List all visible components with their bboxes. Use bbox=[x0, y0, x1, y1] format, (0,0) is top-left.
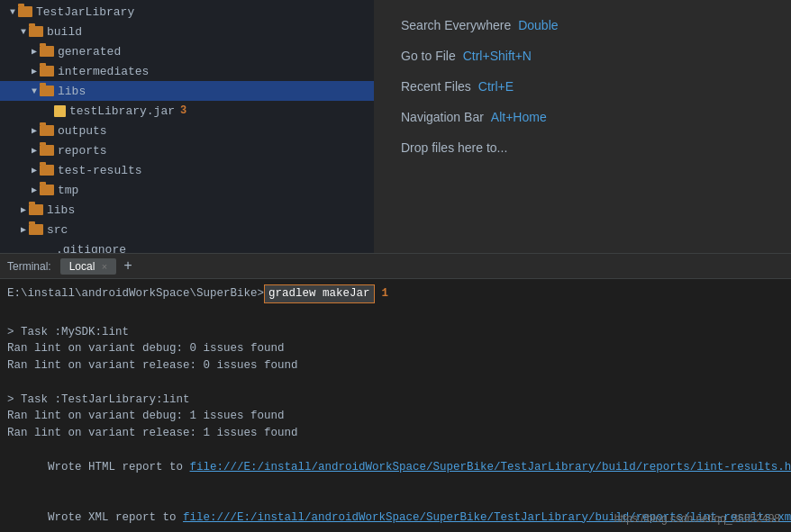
xml-report-prefix: Wrote XML report to bbox=[48, 511, 183, 524]
terminal-line-html-report: Wrote HTML report to file:///E:/install/… bbox=[7, 442, 784, 492]
terminal-tabs: Terminal: Local × + bbox=[0, 254, 791, 279]
badge-3: 3 bbox=[180, 104, 186, 117]
terminal-line-task2: > Task :TestJarLibrary:lint bbox=[7, 392, 784, 409]
arrow-icon: ▶ bbox=[29, 46, 40, 57]
html-report-prefix: Wrote HTML report to bbox=[48, 461, 190, 473]
tree-item-label: testLibrary.jar bbox=[69, 104, 175, 118]
folder-icon bbox=[29, 26, 43, 37]
tree-root[interactable]: ▼ TestJarLibrary bbox=[0, 2, 374, 22]
tree-item-label: TestJarLibrary bbox=[36, 5, 134, 19]
add-tab-button[interactable]: + bbox=[120, 258, 136, 275]
folder-icon bbox=[40, 46, 54, 57]
folder-icon bbox=[29, 224, 43, 235]
tab-close-icon[interactable]: × bbox=[102, 261, 107, 272]
terminal-tab-name: Local bbox=[69, 260, 95, 273]
shortcut-label: Go to File bbox=[401, 49, 456, 63]
tree-item-label: build bbox=[47, 25, 82, 39]
tree-testlibrary-jar[interactable]: testLibrary.jar 3 bbox=[0, 101, 374, 121]
arrow-icon: ▼ bbox=[29, 86, 40, 96]
tree-tmp[interactable]: ▶ tmp bbox=[0, 180, 374, 200]
folder-icon bbox=[40, 185, 54, 195]
terminal-line-blank bbox=[7, 374, 784, 392]
arrow-icon: ▶ bbox=[18, 224, 29, 235]
html-report-link[interactable]: file:///E:/install/androidWorkSpace/Supe… bbox=[190, 461, 791, 473]
folder-icon bbox=[40, 66, 54, 77]
folder-icon bbox=[40, 125, 54, 136]
shortcut-recent-files: Recent Files Ctrl+E bbox=[401, 79, 764, 94]
tree-item-label: src bbox=[47, 223, 68, 237]
tree-test-results[interactable]: ▶ test-results bbox=[0, 160, 374, 180]
tree-item-label: .gitignore bbox=[56, 243, 126, 254]
arrow-icon: ▶ bbox=[29, 185, 40, 195]
shortcut-drop-files: Drop files here to... bbox=[401, 140, 764, 155]
tree-item-label: intermediates bbox=[58, 65, 149, 78]
tree-item-label: generated bbox=[58, 45, 121, 59]
shortcut-label: Navigation Bar bbox=[401, 110, 484, 124]
watermark: https://blog.csdn.net/qq_36652498 bbox=[614, 512, 780, 525]
shortcut-search-everywhere: Search Everywhere Double bbox=[401, 18, 764, 32]
arrow-icon: ▶ bbox=[18, 204, 29, 215]
tree-gitignore[interactable]: .gitignore bbox=[0, 239, 374, 253]
shortcut-key: Double bbox=[518, 18, 558, 32]
shortcut-label: Drop files here to... bbox=[401, 140, 507, 155]
folder-icon bbox=[40, 165, 54, 176]
shortcuts-panel: Search Everywhere Double Go to File Ctrl… bbox=[374, 0, 791, 253]
terminal-line bbox=[7, 307, 784, 324]
tree-item-label: libs bbox=[58, 85, 86, 98]
terminal-label: Terminal: bbox=[7, 260, 51, 273]
arrow-icon: ▶ bbox=[29, 145, 40, 156]
terminal-prompt-line: E:\install\androidWorkSpace\SuperBike> g… bbox=[7, 284, 784, 303]
shortcut-navigation-bar: Navigation Bar Alt+Home bbox=[401, 110, 764, 124]
tree-item-label: outputs bbox=[58, 124, 107, 138]
tree-libs-selected[interactable]: ▼ libs bbox=[0, 81, 374, 101]
file-tree: ▼ TestJarLibrary ▼ build ▶ generated ▶ i… bbox=[0, 0, 374, 253]
shortcut-label: Search Everywhere bbox=[401, 18, 511, 32]
jar-file-icon bbox=[54, 105, 66, 117]
tree-item-label: tmp bbox=[58, 184, 78, 197]
arrow-icon: ▼ bbox=[7, 7, 18, 17]
tree-build[interactable]: ▼ build bbox=[0, 22, 374, 41]
tree-intermediates[interactable]: ▶ intermediates bbox=[0, 61, 374, 81]
tree-item-label: test-results bbox=[58, 164, 142, 177]
tree-item-label: libs bbox=[47, 203, 75, 217]
badge-1: 1 bbox=[382, 285, 389, 302]
tree-item-label: reports bbox=[58, 144, 107, 158]
prompt-path: E:\install\androidWorkSpace\SuperBike> bbox=[7, 285, 264, 302]
arrow-icon: ▶ bbox=[29, 165, 40, 176]
tree-outputs[interactable]: ▶ outputs bbox=[0, 121, 374, 140]
shortcut-key: Ctrl+Shift+N bbox=[463, 49, 532, 63]
terminal-body[interactable]: E:\install\androidWorkSpace\SuperBike> g… bbox=[0, 279, 791, 532]
tree-src[interactable]: ▶ src bbox=[0, 220, 374, 239]
folder-icon bbox=[29, 204, 43, 215]
terminal-command: gradlew makeJar bbox=[264, 284, 375, 303]
terminal-line-lint4: Ran lint on variant release: 1 issues fo… bbox=[7, 425, 784, 442]
folder-icon bbox=[40, 145, 54, 156]
tree-libs2[interactable]: ▶ libs bbox=[0, 200, 374, 220]
shortcut-label: Recent Files bbox=[401, 79, 471, 94]
terminal-line-lint3: Ran lint on variant debug: 1 issues foun… bbox=[7, 408, 784, 425]
arrow-icon: ▶ bbox=[29, 66, 40, 77]
folder-icon bbox=[40, 86, 54, 96]
shortcut-key: Ctrl+E bbox=[478, 79, 514, 94]
terminal-line-lint2: Ran lint on variant release: 0 issues fo… bbox=[7, 357, 784, 374]
tree-reports[interactable]: ▶ reports bbox=[0, 140, 374, 160]
arrow-icon: ▶ bbox=[29, 125, 40, 136]
terminal-line-lint1: Ran lint on variant debug: 0 issues foun… bbox=[7, 340, 784, 357]
tree-generated[interactable]: ▶ generated bbox=[0, 41, 374, 61]
terminal-line-task1: > Task :MySDK:lint bbox=[7, 324, 784, 341]
shortcut-go-to-file: Go to File Ctrl+Shift+N bbox=[401, 49, 764, 63]
arrow-icon: ▼ bbox=[18, 27, 29, 37]
folder-icon bbox=[18, 6, 32, 17]
shortcut-key: Alt+Home bbox=[491, 110, 547, 124]
terminal-tab-local[interactable]: Local × bbox=[60, 258, 116, 275]
terminal-container: Terminal: Local × + E:\install\androidWo… bbox=[0, 253, 791, 532]
